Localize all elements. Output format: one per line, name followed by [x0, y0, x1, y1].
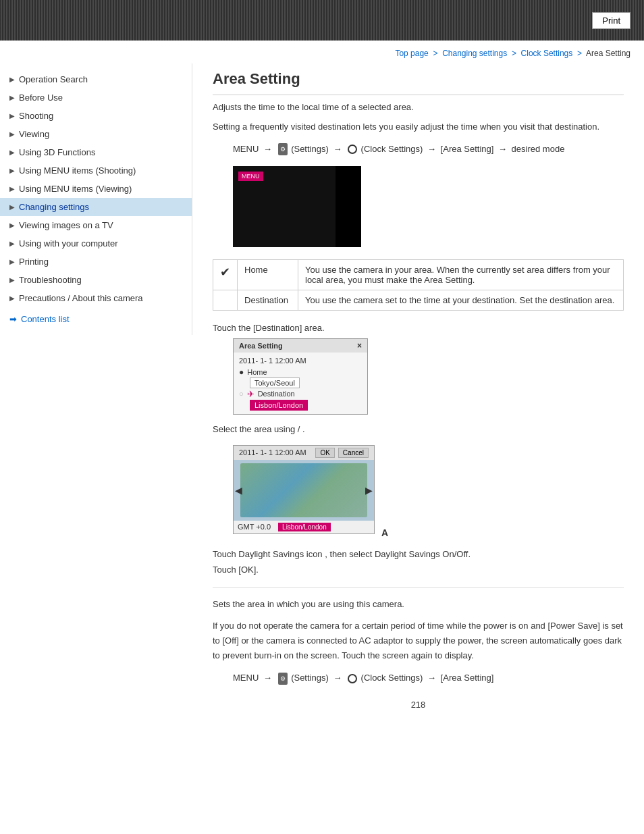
sidebar-item-shooting[interactable]: ▶ Shooting	[0, 107, 192, 125]
arrow-icon-0: ▶	[9, 76, 15, 83]
map-location-tag: Lisbon/London	[278, 523, 331, 531]
map-gmt-label: GMT +0.0	[238, 523, 271, 531]
check-cell-destination	[213, 290, 238, 310]
area-home-row: ● Home	[239, 366, 362, 378]
breadcrumb: Top page > Changing settings > Clock Set…	[0, 41, 644, 63]
main-layout: ▶ Operation Search ▶ Before Use ▶ Shooti…	[0, 63, 644, 730]
desc-cell-destination: You use the camera set to the time at yo…	[298, 290, 624, 310]
home-radio-icon: ●	[239, 367, 244, 377]
map-footer: GMT +0.0 Lisbon/London	[234, 521, 374, 533]
arrow-icon-6: ▶	[9, 185, 15, 192]
area-setting-title-label: Area Setting	[239, 342, 283, 350]
sidebar-item-before-use[interactable]: ▶ Before Use	[0, 88, 192, 107]
destination-plane-icon: ✈	[247, 389, 254, 399]
sidebar-label-6: Using MENU items (Viewing)	[19, 184, 132, 194]
home-location-tag: Tokyo/Seoul	[250, 377, 300, 388]
sidebar-item-printing[interactable]: ▶ Printing	[0, 253, 192, 271]
content-area: Area Setting Adjusts the time to the loc…	[192, 63, 644, 730]
description-line2: Setting a frequently visited destination…	[213, 120, 624, 134]
arrow-icon-4: ▶	[9, 149, 15, 156]
sidebar-item-3d-functions[interactable]: ▶ Using 3D Functions	[0, 143, 192, 161]
label-cell-destination: Destination	[238, 290, 298, 310]
close-dialog-button[interactable]: ×	[357, 341, 362, 350]
map-body: ◀ ▶	[234, 460, 374, 521]
area-destination-location: Lisbon/London	[250, 400, 362, 410]
bottom-desc-line2: If you do not operate the camera for a c…	[213, 619, 624, 663]
sidebar-item-operation-search[interactable]: ▶ Operation Search	[0, 70, 192, 88]
settings-icon-bottom: ⚙	[278, 673, 288, 685]
menu-path-bottom: MENU → ⚙ (Settings) → (Clock Settings) →…	[233, 670, 624, 685]
arrow-icon-11: ▶	[9, 276, 15, 284]
select-instruction: Select the area using / .	[213, 424, 624, 434]
sidebar-label-12: Precautions / About this camera	[19, 293, 143, 303]
menu-path-top: MENU → ⚙ (Settings) → (Clock Settings) →…	[233, 141, 624, 157]
contents-list-link[interactable]: ➡ Contents list	[0, 307, 192, 328]
breadcrumb-area-setting: Area Setting	[586, 49, 630, 58]
sidebar-label-0: Operation Search	[19, 74, 88, 84]
header-bar: Print	[0, 0, 644, 41]
breadcrumb-clock-settings[interactable]: Clock Settings	[521, 49, 573, 58]
sidebar-label-3: Viewing	[19, 129, 49, 139]
sidebar-item-precautions[interactable]: ▶ Precautions / About this camera	[0, 289, 192, 307]
contents-list-label[interactable]: Contents list	[21, 314, 70, 324]
clock-icon	[348, 145, 357, 154]
sidebar-label-9: Using with your computer	[19, 238, 118, 249]
contents-list-arrow-icon: ➡	[9, 314, 17, 324]
sidebar-label-4: Using 3D Functions	[19, 147, 95, 157]
sidebar-label-1: Before Use	[19, 93, 63, 103]
map-a-label: A	[381, 527, 388, 538]
desc-cell-home: You use the camera in your area. When th…	[298, 259, 624, 290]
menu-label: MENU	[238, 172, 263, 181]
sidebar: ▶ Operation Search ▶ Before Use ▶ Shooti…	[0, 63, 192, 335]
arrow-icon-2: ▶	[9, 112, 15, 120]
arrow-icon-10: ▶	[9, 258, 15, 265]
map-header: 2011- 1- 1 12:00 AM OK Cancel	[234, 446, 374, 460]
sidebar-item-viewing[interactable]: ▶ Viewing	[0, 125, 192, 143]
description-line1: Adjusts the time to the local time of a …	[213, 101, 624, 115]
sidebar-item-troubleshooting[interactable]: ▶ Troubleshooting	[0, 271, 192, 289]
touch-instruction-2: Touch Daylight Savings icon , then selec…	[213, 549, 624, 559]
print-button[interactable]: Print	[592, 12, 630, 29]
area-setting-dialog-body: 2011- 1- 1 12:00 AM ● Home Tokyo/Seoul ○…	[234, 353, 367, 414]
touch-instruction-3: Touch [OK].	[213, 565, 624, 575]
sidebar-label-10: Printing	[19, 257, 49, 267]
destination-label: Destination	[258, 390, 295, 398]
sidebar-label-8: Viewing images on a TV	[19, 220, 113, 230]
page-title: Area Setting	[213, 70, 624, 95]
camera-screen-image: MENU	[233, 166, 361, 247]
sidebar-label-5: Using MENU items (Shooting)	[19, 165, 136, 176]
map-ok-button[interactable]: OK	[315, 448, 334, 458]
sidebar-label-11: Troubleshooting	[19, 275, 82, 285]
touch-instruction-1: Touch the [Destination] area.	[213, 323, 624, 333]
breadcrumb-top[interactable]: Top page	[395, 49, 428, 58]
area-setting-dialog-title: Area Setting ×	[234, 339, 367, 353]
area-destination-row[interactable]: ○ ✈ Destination	[239, 388, 362, 400]
page-number: 218	[213, 700, 624, 710]
map-cancel-button[interactable]: Cancel	[338, 448, 369, 458]
map-nav-right-button[interactable]: ▶	[365, 485, 373, 496]
sidebar-item-menu-viewing[interactable]: ▶ Using MENU items (Viewing)	[0, 180, 192, 198]
map-nav-left-button[interactable]: ◀	[235, 485, 242, 496]
sidebar-item-changing-settings[interactable]: ▶ Changing settings	[0, 198, 192, 216]
sidebar-label-7: Changing settings	[19, 202, 89, 212]
map-dialog-wrapper: 2011- 1- 1 12:00 AM OK Cancel ◀ ▶ GMT +0…	[213, 440, 375, 544]
options-table: ✔ Home You use the camera in your area. …	[213, 259, 624, 311]
arrow-icon-5: ▶	[9, 167, 15, 174]
clock-icon-bottom	[348, 674, 357, 683]
map-ok-cancel: OK Cancel	[315, 448, 369, 458]
map-dialog: 2011- 1- 1 12:00 AM OK Cancel ◀ ▶ GMT +0…	[233, 445, 375, 534]
table-row-destination: Destination You use the camera set to th…	[213, 290, 624, 310]
select-instruction-text: Select the area using / .	[213, 424, 305, 434]
sidebar-item-computer[interactable]: ▶ Using with your computer	[0, 234, 192, 253]
area-time: 2011- 1- 1 12:00 AM	[239, 355, 362, 366]
settings-icon: ⚙	[278, 143, 288, 155]
arrow-icon-3: ▶	[9, 130, 15, 138]
arrow-icon-7: ▶	[9, 203, 15, 211]
section-divider	[213, 587, 624, 588]
destination-location-tag: Lisbon/London	[250, 400, 308, 411]
home-label: Home	[247, 368, 267, 376]
sidebar-item-viewing-tv[interactable]: ▶ Viewing images on a TV	[0, 216, 192, 234]
breadcrumb-changing-settings[interactable]: Changing settings	[442, 49, 507, 58]
arrow-icon-8: ▶	[9, 221, 15, 229]
sidebar-item-menu-shooting[interactable]: ▶ Using MENU items (Shooting)	[0, 161, 192, 180]
